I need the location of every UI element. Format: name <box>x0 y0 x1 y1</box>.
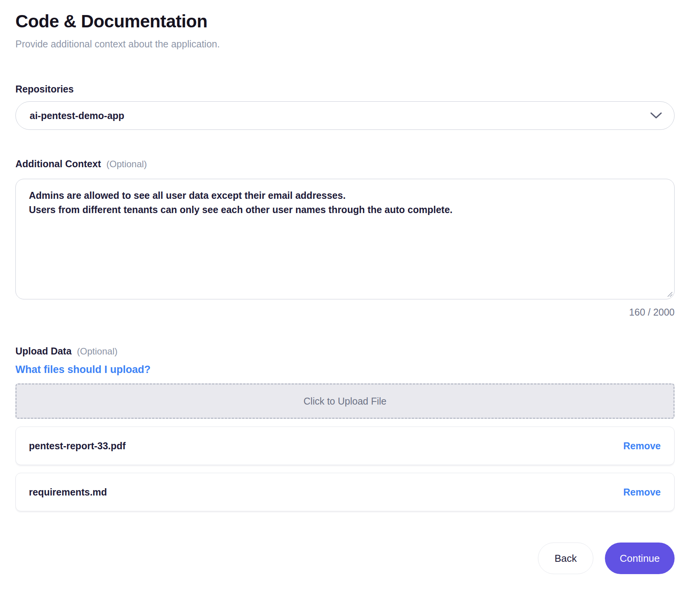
code-documentation-form: Code & Documentation Provide additional … <box>0 0 700 574</box>
back-button[interactable]: Back <box>538 543 593 574</box>
repositories-selected-value: ai-pentest-demo-app <box>30 110 124 121</box>
additional-context-section: Additional Context (Optional) Admins are… <box>15 158 675 318</box>
remove-file-button[interactable]: Remove <box>623 440 661 452</box>
uploaded-file-row: pentest-report-33.pdf Remove <box>15 427 675 465</box>
additional-context-optional-tag: (Optional) <box>106 159 147 170</box>
dropzone-label: Click to Upload File <box>303 396 386 407</box>
page-subtitle: Provide additional context about the app… <box>15 38 675 50</box>
additional-context-textarea-wrap: Admins are allowed to see all user data … <box>15 179 675 299</box>
continue-button[interactable]: Continue <box>605 543 675 574</box>
char-counter: 160 / 2000 <box>15 306 675 318</box>
additional-context-textarea[interactable]: Admins are allowed to see all user data … <box>15 179 675 299</box>
page-title: Code & Documentation <box>15 11 675 32</box>
upload-data-section: Upload Data (Optional) What files should… <box>15 345 675 511</box>
upload-data-optional-tag: (Optional) <box>77 346 117 357</box>
upload-data-label: Upload Data <box>15 345 72 357</box>
additional-context-label: Additional Context <box>15 158 101 170</box>
uploaded-file-name: pentest-report-33.pdf <box>29 440 126 452</box>
repositories-select[interactable]: ai-pentest-demo-app <box>15 101 675 130</box>
upload-help-link[interactable]: What files should I upload? <box>15 363 151 376</box>
uploaded-file-name: requirements.md <box>29 487 107 498</box>
file-upload-dropzone[interactable]: Click to Upload File <box>15 383 675 419</box>
repositories-section: Repositories ai-pentest-demo-app <box>15 83 675 130</box>
repositories-label: Repositories <box>15 83 74 95</box>
footer-actions: Back Continue <box>15 543 675 574</box>
uploaded-file-row: requirements.md Remove <box>15 473 675 511</box>
chevron-down-icon <box>650 113 662 119</box>
remove-file-button[interactable]: Remove <box>623 487 661 498</box>
